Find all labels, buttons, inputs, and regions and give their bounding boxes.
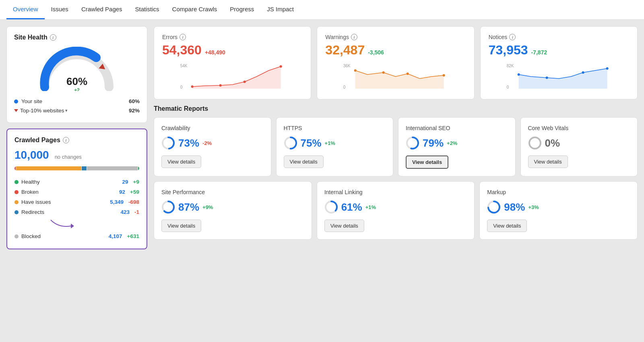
https-view-btn[interactable]: View details: [284, 155, 324, 168]
nav-statistics[interactable]: Statistics: [129, 0, 166, 19]
your-site-label: Your site: [21, 98, 42, 104]
crawled-pages-total: 10,000: [14, 149, 49, 162]
top-nav: Overview Issues Crawled Pages Statistics…: [0, 0, 644, 20]
site-performance-view-btn[interactable]: View details: [161, 220, 201, 232]
internal-linking-delta: +1%: [365, 204, 376, 210]
svg-text:36K: 36K: [343, 64, 351, 68]
top10-value: 92%: [129, 108, 140, 114]
errors-info-icon[interactable]: i: [180, 34, 186, 40]
svg-point-15: [382, 71, 385, 74]
bar-broken: [14, 166, 16, 170]
notices-chart: 82K 0: [489, 62, 629, 91]
reports-top-row: Crawlability 73% -2% View details HTTPS: [154, 117, 638, 176]
international-seo-view-btn[interactable]: View details: [406, 155, 448, 169]
https-score: 75%: [301, 137, 322, 149]
https-name: HTTPS: [284, 125, 386, 131]
svg-point-7: [191, 85, 194, 88]
https-delta: +1%: [325, 140, 335, 146]
svg-point-9: [244, 81, 246, 83]
bar-issues: [16, 166, 81, 170]
crawlability-circle: [161, 136, 175, 150]
metrics-row: Errors i 54,360 +48,490 54K 0: [154, 26, 638, 99]
warnings-info-icon[interactable]: i: [351, 34, 357, 40]
svg-marker-20: [518, 68, 607, 89]
thematic-section: Thematic Reports Crawlability 73% -2% Vi…: [154, 105, 638, 240]
redirects-row: Redirects 423 -1: [14, 207, 139, 217]
site-performance-delta: +9%: [202, 204, 213, 210]
site-performance-circle: [161, 200, 175, 214]
issues-value: 5,349: [110, 199, 124, 205]
nav-crawled-pages[interactable]: Crawled Pages: [75, 0, 129, 19]
broken-label: Broken: [21, 189, 39, 195]
notices-card: Notices i 73,953 -7,872 82K 0: [480, 26, 638, 99]
svg-text:0: 0: [343, 85, 346, 89]
core-web-vitals-score: 0%: [545, 137, 560, 149]
nav-compare-crawls[interactable]: Compare Crawls: [166, 0, 224, 19]
issues-delta: -698: [128, 199, 139, 205]
svg-text:+2: +2: [74, 87, 80, 91]
broken-row: Broken 92 +59: [14, 187, 139, 197]
markup-name: Markup: [487, 189, 630, 195]
warnings-delta: -3,506: [368, 49, 384, 56]
blocked-row: Blocked 4,107 +631: [14, 231, 139, 241]
svg-point-14: [354, 69, 357, 72]
nav-js-impact[interactable]: JS Impact: [260, 0, 300, 19]
healthy-label: Healthy: [21, 179, 40, 185]
broken-delta: +59: [130, 189, 139, 195]
svg-text:54K: 54K: [180, 64, 188, 68]
report-internal-linking: Internal Linking 61% +1% View details: [317, 181, 475, 240]
top10-legend: Top-10% websites ▾ 92%: [14, 106, 140, 115]
warnings-card: Warnings i 32,487 -3,506 36K 0: [317, 26, 474, 99]
site-performance-name: Site Performance: [161, 189, 304, 195]
warnings-chart: 36K 0: [325, 62, 466, 91]
blocked-delta: +631: [127, 233, 139, 239]
left-panel: Site Health i 60% +2: [6, 26, 147, 335]
core-web-vitals-view-btn[interactable]: View details: [528, 155, 568, 168]
internal-linking-name: Internal Linking: [324, 189, 467, 195]
issues-dot: [14, 200, 19, 204]
notices-delta: -7,872: [531, 49, 547, 56]
crawlability-name: Crawlability: [161, 125, 264, 131]
svg-marker-13: [355, 70, 444, 89]
have-issues-row: Have issues 5,349 -698: [14, 197, 139, 207]
international-seo-name: International SEO: [406, 125, 508, 131]
crawlability-delta: -2%: [202, 140, 212, 146]
errors-label: Errors: [162, 34, 178, 40]
chevron-down-icon[interactable]: ▾: [65, 108, 68, 113]
report-crawlability: Crawlability 73% -2% View details: [154, 117, 271, 176]
bar-blocked: [87, 166, 137, 170]
redirects-value: 423: [120, 209, 130, 215]
nav-issues[interactable]: Issues: [45, 0, 75, 19]
broken-dot: [14, 190, 19, 194]
svg-point-8: [219, 84, 222, 87]
bar-redirects: [82, 166, 87, 170]
healthy-row: Healthy 29 +9: [14, 177, 139, 187]
international-seo-circle: [406, 136, 419, 150]
svg-point-23: [582, 71, 584, 74]
crawled-pages-bar: [14, 166, 139, 170]
your-site-value: 60%: [129, 98, 140, 104]
internal-linking-view-btn[interactable]: View details: [324, 220, 364, 232]
crawlability-score: 73%: [178, 137, 199, 149]
markup-view-btn[interactable]: View details: [487, 220, 527, 232]
curved-arrow-icon: [47, 218, 87, 230]
https-circle: [284, 136, 297, 150]
notices-info-icon[interactable]: i: [509, 34, 516, 40]
svg-point-24: [606, 67, 608, 70]
gauge-chart: 60% +2: [37, 47, 117, 91]
errors-delta: +48,490: [205, 49, 225, 56]
crawlability-view-btn[interactable]: View details: [161, 155, 201, 168]
nav-overview[interactable]: Overview: [6, 0, 45, 19]
top10-triangle-icon: [14, 109, 18, 112]
markup-delta: +3%: [528, 204, 539, 210]
nav-progress[interactable]: Progress: [223, 0, 260, 19]
site-performance-score: 87%: [178, 201, 199, 213]
site-health-info-icon[interactable]: i: [50, 34, 56, 41]
redirects-label: Redirects: [21, 209, 44, 215]
issues-label: Have issues: [21, 199, 51, 205]
crawled-pages-info-icon[interactable]: i: [63, 137, 69, 143]
bar-healthy: [138, 166, 139, 170]
site-health-title: Site Health: [14, 34, 47, 41]
blocked-label: Blocked: [21, 233, 41, 239]
internal-linking-score: 61%: [341, 201, 362, 213]
